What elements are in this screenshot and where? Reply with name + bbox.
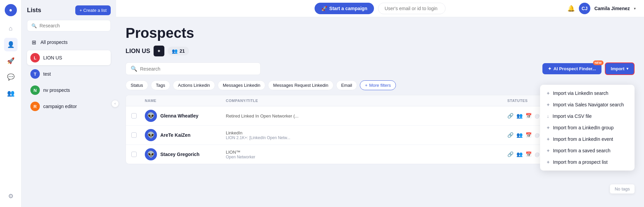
col-header-company: COMPANY/TITLE [226,99,507,103]
sidebar-collapse-button[interactable]: ‹ [111,100,119,107]
group-icon[interactable]: 👥 [516,113,523,119]
import-btn-label: Import [611,66,624,71]
filter-messages-request-linkedin[interactable]: Messages Request Linkedin [268,80,333,90]
prospect-info-1: 👽 Glenna Wheatley [145,110,226,122]
toolbar-row: 🔍 ✦ AI Prospect Finder... NEW Import ▾ [126,62,635,75]
import-saved-search-item[interactable]: + Import from a saved search [540,145,635,156]
list-name-nv-prospects: nv prospects [43,87,70,93]
plus-icon-6: + [547,159,549,165]
filter-messages-linkedin[interactable]: Messages Linkedin [218,80,265,90]
members-badge: 👥 21 [168,47,189,55]
filter-email[interactable]: Email [336,80,357,90]
prospect-avatar-3: 👽 [145,148,157,160]
plus-icon-5: + [547,148,549,153]
row-checkbox-3[interactable] [131,152,137,157]
new-badge: NEW [593,60,603,65]
user-menu-chevron-icon[interactable]: ▾ [634,6,636,11]
sidebar-item-nv-prospects[interactable]: N nv prospects [27,83,111,98]
import-linkedin-group-item[interactable]: + Import from a LinkedIn group [540,122,635,133]
sidebar-item-lion-us[interactable]: L LION US [27,50,111,65]
import-button[interactable]: Import ▾ [605,62,635,75]
start-campaign-label: Start a campaign [329,6,368,11]
filter-actions-linkedin[interactable]: Actions Linkedin [173,80,215,90]
top-header: 🚀 Start a campaign 🔔 CJ Camila Jimenez ▾ [116,0,644,17]
main-search-box: 🔍 [126,62,261,75]
at-icon-3[interactable]: @ [535,152,540,157]
import-dropdown-menu: + Import via LinkedIn search + Import vi… [540,85,635,171]
list-name-lion-us: LION US [43,55,62,60]
sidebar-item-test[interactable]: T test [27,67,111,81]
link-icon-2[interactable]: 🔗 [507,132,514,138]
at-icon-2[interactable]: @ [535,132,540,138]
row-checkbox-2[interactable] [131,132,137,138]
start-campaign-button[interactable]: 🚀 Start a campaign [315,3,374,14]
prospect-name-3: Stacey Gregorich [160,152,199,157]
calendar-icon-2[interactable]: 📅 [526,132,532,138]
plus-icon-4: + [547,136,549,142]
at-icon[interactable]: @ [535,113,540,119]
filter-status[interactable]: Status [126,80,148,90]
settings-nav-icon[interactable]: ⚙ [4,189,18,203]
ai-sparkle-icon: ✦ [548,66,552,71]
import-sales-navigator-item[interactable]: + Import via Sales Navigator search [540,99,635,110]
list-avatar-l: L [30,53,40,62]
sidebar: Lists + Create a list 🔍 ⊞ All prospects … [22,0,116,207]
grid-icon: ⊞ [30,39,37,46]
sidebar-search-input[interactable] [39,23,106,28]
more-filters-label: More filters [369,83,391,88]
header-right: 🔔 CJ Camila Jimenez ▾ [567,3,636,14]
main-search-input[interactable] [140,66,256,72]
calendar-icon[interactable]: 📅 [526,113,532,119]
row-checkbox-1[interactable] [131,113,137,119]
filter-tags[interactable]: Tags [151,80,170,90]
prospect-info-2: 👽 AreTe KaiZen [145,129,226,141]
groups-nav-icon[interactable]: 👥 [4,86,18,100]
prospect-avatar-2: 👽 [145,129,157,141]
list-name-campaign-editor: campaign editor [43,104,77,109]
sidebar-title: Lists [27,7,41,14]
group-icon-3[interactable]: 👥 [516,151,523,157]
sidebar-search-icon: 🔍 [31,23,37,28]
plus-icon-1: + [547,90,549,96]
company-sub-2: LION 2.1K+: [LinkedIn Open Netw... [226,135,300,140]
import-prospect-list-item[interactable]: + Import from a prospect list [540,156,635,168]
icon-bar: ● ⌂ 👤 🚀 💬 👥 ⚙ [0,0,22,207]
prospect-company-1: Retired Linked In Open Networker (... [226,113,507,119]
no-tags-label: No tags [610,184,635,193]
sidebar-search-box: 🔍 [27,20,111,31]
page-body: Prospects LION US ✦ 👥 21 🔍 ✦ [116,17,644,207]
import-linkedin-event-item[interactable]: + Import from a LinkedIn event [540,133,635,145]
rocket-icon: 🚀 [321,6,327,11]
sidebar-item-campaign-editor[interactable]: R campaign editor [27,99,111,114]
more-filters-button[interactable]: + More filters [360,80,396,90]
import-linkedin-search-label: Import via LinkedIn search [553,90,608,96]
user-email-input[interactable] [378,3,446,14]
import-csv-item[interactable]: ↓ Import via CSV file [540,110,635,122]
link-icon-3[interactable]: 🔗 [507,151,514,157]
sidebar-item-all-prospects[interactable]: ⊞ All prospects [27,36,111,48]
page-title: Prospects [126,25,635,41]
home-nav-icon[interactable]: ⌂ [4,22,18,35]
list-name-display: LION US [126,48,150,55]
import-linkedin-group-label: Import from a LinkedIn group [553,125,614,130]
ai-btn-label: AI Prospect Finder... [554,66,596,71]
prospect-company-2: LinkedIn LION 2.1K+: [LinkedIn Open Netw… [226,130,507,140]
ai-prospect-finder-button[interactable]: ✦ AI Prospect Finder... NEW [542,63,601,74]
calendar-icon-3[interactable]: 📅 [526,151,532,157]
user-name[interactable]: Camila Jimenez [594,6,630,11]
group-icon-2[interactable]: 👥 [516,132,523,138]
prospect-name-1: Glenna Wheatley [160,113,198,119]
messages-nav-icon[interactable]: 💬 [4,70,18,84]
rocket-nav-icon[interactable]: 🚀 [4,54,18,68]
link-icon[interactable]: 🔗 [507,113,514,119]
company-title-2: LinkedIn [226,130,300,135]
app-logo[interactable]: ● [5,4,17,16]
import-linkedin-search-item[interactable]: + Import via LinkedIn search [540,87,635,99]
member-count: 21 [180,48,185,54]
create-list-button[interactable]: + Create a list [75,5,111,15]
col-header-name: NAME [145,99,226,103]
main-content: 🚀 Start a campaign 🔔 CJ Camila Jimenez ▾… [116,0,644,207]
list-info-row: LION US ✦ 👥 21 [126,46,635,56]
people-nav-icon[interactable]: 👤 [4,38,18,51]
bell-icon[interactable]: 🔔 [567,5,575,12]
